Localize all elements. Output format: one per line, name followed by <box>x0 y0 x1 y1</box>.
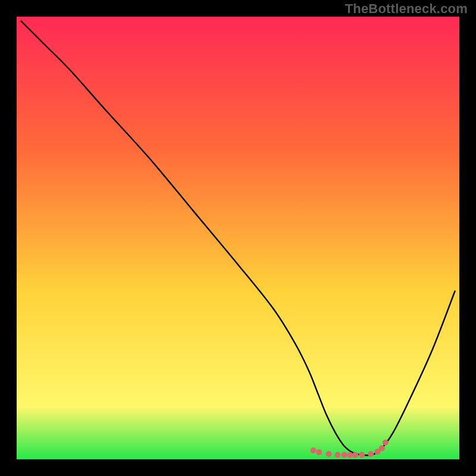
marker-dot <box>359 452 365 458</box>
marker-dot <box>334 452 340 458</box>
marker-dot <box>326 451 332 457</box>
marker-dot <box>379 445 385 451</box>
marker-dot <box>316 449 322 455</box>
marker-dot <box>383 440 389 446</box>
chart-frame: { "watermark": "TheBottleneck.com", "col… <box>0 0 476 476</box>
bottleneck-chart <box>17 17 459 459</box>
marker-dot <box>342 452 347 458</box>
gradient-background <box>17 17 459 459</box>
marker-dot <box>347 452 353 458</box>
watermark-text: TheBottleneck.com <box>345 1 468 17</box>
plot-area <box>17 17 459 459</box>
marker-dot <box>352 452 358 458</box>
marker-dot <box>368 451 374 457</box>
marker-dot <box>310 447 316 453</box>
